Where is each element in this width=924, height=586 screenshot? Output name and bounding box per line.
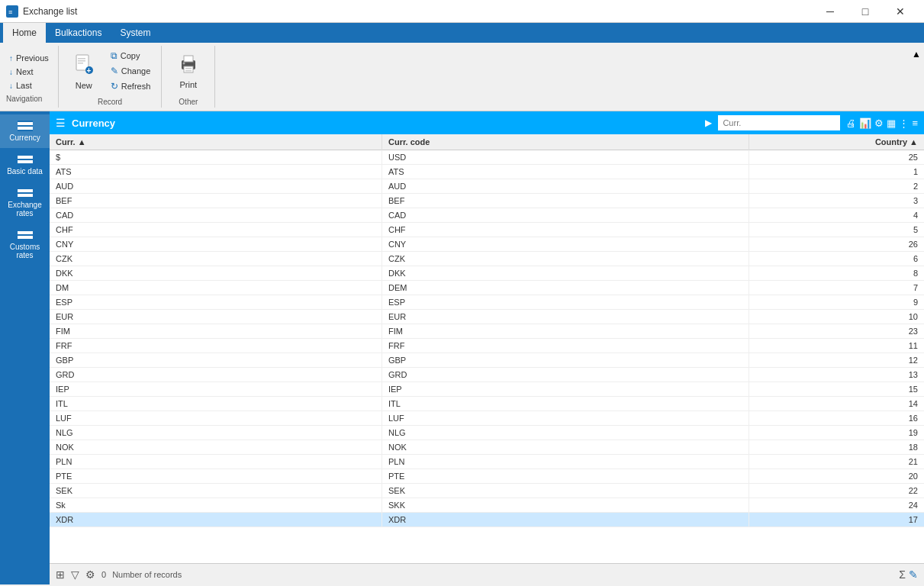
refresh-icon: ↻ [111,81,118,92]
table-body: $USD25ATSATS1AUDAUD2BEFBEF3CADCAD4CHFCHF… [50,150,924,527]
column-curr[interactable]: Curr. ▲ [50,134,382,150]
cell-curr-code: ITL [382,397,749,411]
columns-button[interactable]: ▦ [887,118,896,129]
settings-filter-icon[interactable]: ⚙ [85,568,95,581]
print-list-button[interactable]: 🖨 [846,118,856,129]
minimize-button[interactable]: ─ [813,0,848,23]
cell-country: 25 [749,150,924,165]
table-row[interactable]: IEPIEP15 [50,382,924,397]
filter-active-icon[interactable]: ⊞ [56,568,65,581]
table-row[interactable]: DKKDKK8 [50,266,924,281]
options-button[interactable]: ⋮ [899,118,909,129]
cell-curr-code: NOK [382,440,749,455]
copy-button[interactable]: ⧉ Copy [106,49,156,63]
number-records-label: Number of records [112,570,182,579]
tab-bulkactions[interactable]: Bulkactions [46,23,111,43]
table-row[interactable]: $USD25 [50,150,924,165]
basic-data-icon [18,154,33,165]
column-curr-code[interactable]: Curr. code [382,134,749,150]
sidebar-item-currency[interactable]: Currency [0,114,50,148]
cell-country: 23 [749,324,924,339]
change-button[interactable]: ✎ Change [106,64,156,78]
table-row[interactable]: DMDEM7 [50,281,924,295]
cell-curr-code: NLG [382,426,749,440]
sidebar-item-customs-rates[interactable]: Customs rates [0,224,50,266]
table-row[interactable]: ITLITL14 [50,397,924,411]
cell-curr: ESP [50,295,382,310]
filter-icon[interactable]: ▽ [71,568,79,581]
edit-icon[interactable]: ✎ [909,568,918,581]
svg-rect-12 [185,70,192,72]
cell-country: 21 [749,455,924,469]
sum-icon[interactable]: Σ [899,568,906,581]
cell-curr-code: PTE [382,469,749,484]
table-row[interactable]: LUFLUF16 [50,411,924,426]
table-container[interactable]: Curr. ▲ Curr. code Country ▲ $USD25ATSAT… [50,134,924,563]
navigation-group-label: Navigation [6,95,42,105]
print-button[interactable]: Print [169,49,208,95]
customs-rates-icon [18,230,33,240]
cell-curr-code: DEM [382,281,749,295]
table-row[interactable]: CHFCHF5 [50,223,924,237]
tab-system[interactable]: System [111,23,159,43]
close-button[interactable]: ✕ [883,0,918,23]
window-title: Exchange list [23,6,77,17]
table-row[interactable]: PTEPTE20 [50,469,924,484]
cell-curr-code: BEF [382,194,749,208]
previous-button[interactable]: ↑ Previous [6,52,52,64]
print-icon [179,54,198,79]
table-row[interactable]: ESPESP9 [50,295,924,310]
record-group-label: Record [98,98,122,108]
refresh-button[interactable]: ↻ Refresh [106,79,156,93]
chart-button[interactable]: 📊 [859,118,871,129]
cell-curr-code: CNY [382,237,749,252]
cell-country: 22 [749,484,924,498]
table-row[interactable]: NOKNOK18 [50,440,924,455]
ribbon-group-record: + New ⧉ Copy ✎ Change ↻ Refresh [59,46,163,108]
table-row[interactable]: GBPGBP12 [50,353,924,368]
table-row[interactable]: PLNPLN21 [50,455,924,469]
table-row[interactable]: SkSKK24 [50,498,924,513]
filter-count: 0 [101,570,106,579]
table-row[interactable]: CNYCNY26 [50,237,924,252]
arrow-up-icon: ↑ [9,54,13,63]
search-input[interactable] [718,115,840,130]
table-row[interactable]: CADCAD4 [50,208,924,223]
table-row[interactable]: ATSATS1 [50,165,924,179]
table-row[interactable]: BEFBEF3 [50,194,924,208]
last-button[interactable]: ↓ Last [6,79,52,92]
new-button[interactable]: + New [65,49,103,95]
cell-curr-code: ESP [382,295,749,310]
tab-home[interactable]: Home [3,23,46,43]
exchange-rates-icon [18,188,33,198]
sidebar-item-basic-data[interactable]: Basic data [0,148,50,182]
table-row[interactable]: EUREUR10 [50,310,924,324]
table-row[interactable]: NLGNLG19 [50,426,924,440]
table-row[interactable]: GRDGRD13 [50,368,924,382]
cell-curr: ITL [50,397,382,411]
maximize-button[interactable]: □ [848,0,883,23]
list-header: ☰ Currency ▶ 🖨 📊 ⚙ ▦ ⋮ ≡ [50,111,924,134]
settings-button[interactable]: ⚙ [874,118,884,129]
next-button[interactable]: ↓ Next [6,66,52,78]
list-expand-arrow[interactable]: ▶ [705,118,712,128]
menu-button[interactable]: ≡ [912,118,918,129]
cell-curr: CNY [50,237,382,252]
ribbon: ↑ Previous ↓ Next ↓ Last Navigation [0,43,924,111]
table-row[interactable]: XDRXDR17 [50,513,924,527]
sidebar-item-exchange-rates[interactable]: Exchange rates [0,182,50,224]
cell-curr: Sk [50,498,382,513]
cell-curr: SEK [50,484,382,498]
svg-point-13 [182,63,185,65]
main-area: Currency Basic data Exchange rates [0,111,924,584]
table-row[interactable]: AUDAUD2 [50,179,924,194]
table-row[interactable]: FIMFIM23 [50,324,924,339]
table-row[interactable]: SEKSEK22 [50,484,924,498]
list-header-title: Currency [72,118,699,129]
cell-country: 4 [749,208,924,223]
ribbon-collapse[interactable]: ▲ [909,46,924,63]
table-row[interactable]: CZKCZK6 [50,252,924,266]
table-row[interactable]: FRFFRF11 [50,339,924,353]
record-small-buttons: ⧉ Copy ✎ Change ↻ Refresh [106,49,156,93]
column-country[interactable]: Country ▲ [749,134,924,150]
